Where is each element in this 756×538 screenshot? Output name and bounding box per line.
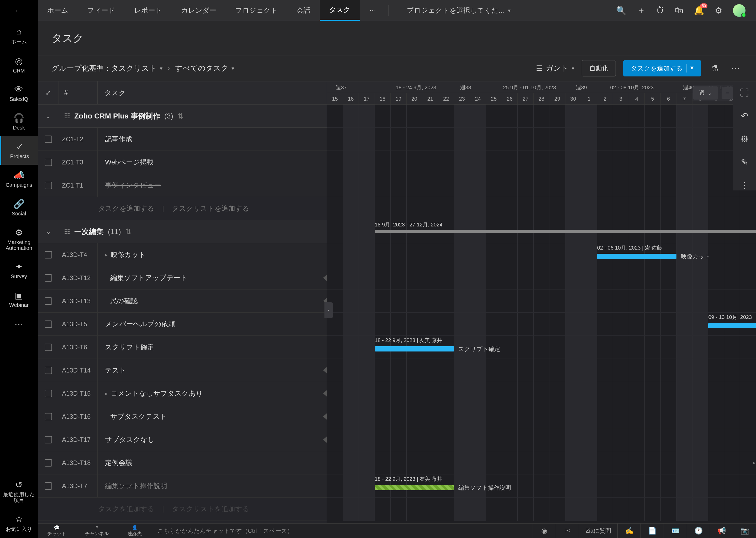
rail-webinar[interactable]: ▣Webinar — [0, 285, 38, 313]
bottom-contacts-tab[interactable]: 👤連絡先 — [118, 523, 151, 538]
add-task-link[interactable]: タスクを追加する — [98, 504, 154, 513]
record-icon[interactable]: ◉ — [533, 523, 556, 538]
task-row[interactable]: ZC1-T2 記事作成 — [38, 128, 327, 151]
undo-icon[interactable]: ↶ — [741, 111, 748, 121]
tab-report[interactable]: レポート — [125, 0, 172, 21]
task-checkbox[interactable] — [45, 390, 52, 397]
clock-icon[interactable]: 🕐 — [687, 523, 710, 538]
task-row[interactable]: A13D-T17 サブタスクなし — [38, 428, 327, 451]
task-checkbox[interactable] — [45, 135, 52, 143]
view-mode-selector[interactable]: ☰ガント▾ — [536, 63, 574, 73]
filter-icon[interactable]: ⚗ — [708, 61, 721, 76]
plus-icon[interactable]: ＋ — [637, 5, 645, 16]
bottom-channel-tab[interactable]: #チャンネル — [75, 523, 118, 538]
task-checkbox[interactable] — [45, 297, 52, 305]
id-icon[interactable]: 🪪 — [664, 523, 687, 538]
search-icon[interactable]: 🔍 — [616, 6, 627, 16]
task-checkbox[interactable] — [45, 251, 52, 258]
fullscreen-icon[interactable]: ⛶ — [740, 88, 749, 98]
tab-task[interactable]: タスク — [320, 0, 360, 21]
rail-social[interactable]: 🔗Social — [0, 193, 38, 222]
task-checkbox[interactable] — [45, 367, 52, 374]
back-button[interactable]: ← — [0, 0, 38, 21]
tab-conversation[interactable]: 会話 — [287, 0, 320, 21]
chevron-down-icon[interactable]: ⌄ — [38, 228, 59, 235]
group-by-selector[interactable]: グループ化基準：タスクリスト▾ — [51, 63, 163, 73]
rail-projects[interactable]: ✓Projects — [0, 136, 38, 165]
task-checkbox[interactable] — [45, 482, 52, 490]
rail-survey[interactable]: ✦Survey — [0, 256, 38, 285]
group-header-2[interactable]: ⌄ ☷一次編集(11)⇅ — [38, 220, 327, 243]
task-row[interactable]: A13D-T7 編集ソフト操作説明 — [38, 474, 327, 498]
task-checkbox[interactable] — [45, 344, 52, 351]
gantt-bar[interactable] — [597, 254, 677, 259]
task-checkbox[interactable] — [45, 320, 52, 328]
task-checkbox[interactable] — [45, 274, 52, 282]
announce-icon[interactable]: 📢 — [710, 523, 733, 538]
automation-button[interactable]: 自動化 — [582, 60, 616, 77]
expand-all-icon[interactable]: ⤢ — [38, 81, 59, 104]
scribble-icon[interactable]: ✍ — [617, 523, 640, 538]
camera-icon[interactable]: 📷 — [733, 523, 756, 538]
clip-icon[interactable]: ✂ — [556, 523, 579, 538]
add-tasklist-link[interactable]: タスクリストを追加する — [172, 204, 249, 213]
zia-link[interactable]: Ziaに質問 — [579, 523, 617, 538]
task-row[interactable]: A13D-T4 ▸映像カット — [38, 243, 327, 266]
task-filter-selector[interactable]: すべてのタスク▾ — [175, 63, 234, 73]
rail-campaigns[interactable]: 📣Campaigns — [0, 165, 38, 193]
rail-crm[interactable]: ◎CRM — [0, 50, 38, 79]
task-row[interactable]: A13D-T12 編集ソフトアップデート — [38, 266, 327, 290]
tab-home[interactable]: ホーム — [38, 0, 78, 21]
add-task-button[interactable]: タスクを追加する▾ — [623, 60, 701, 77]
gantt-bar[interactable] — [708, 323, 756, 328]
task-row[interactable]: A13D-T6 スクリプト確定 — [38, 336, 327, 359]
task-checkbox[interactable] — [45, 413, 52, 420]
bag-icon[interactable]: 🛍 — [675, 6, 683, 15]
task-row[interactable]: A13D-T13 尺の確認 — [38, 290, 327, 313]
task-row[interactable]: A13D-T5 メンバーヘルプの依頼 — [38, 313, 327, 336]
task-row[interactable]: ZC1-T3 Webページ掲載 — [38, 151, 327, 174]
rail-home[interactable]: ⌂ホーム — [0, 21, 38, 50]
more-vert-icon[interactable]: ⋮ — [740, 180, 749, 190]
settings-icon[interactable]: ⚙ — [715, 6, 722, 16]
gantt-bar[interactable] — [375, 485, 454, 490]
project-selector[interactable]: プロジェクトを選択してくだ...▾ — [402, 3, 516, 18]
rail-desk[interactable]: 🎧Desk — [0, 107, 38, 136]
tab-more[interactable]: ⋯ — [360, 0, 386, 21]
gantt-bar[interactable] — [375, 346, 454, 351]
tab-calendar[interactable]: カレンダー — [172, 0, 226, 21]
kebab-icon[interactable]: ⋯ — [729, 61, 742, 76]
bell-icon[interactable]: 🔔50 — [694, 6, 704, 16]
rail-recent[interactable]: ↺最近使用した項目 — [0, 474, 38, 508]
bottom-chat-tab[interactable]: 💬チャット — [38, 523, 75, 538]
tab-project[interactable]: プロジェクト — [226, 0, 287, 21]
tab-feed[interactable]: フィード — [78, 0, 125, 21]
group-header-1[interactable]: ⌄ ☷Zoho CRM Plus 事例制作(3)⇅ — [38, 105, 327, 128]
add-task-link[interactable]: タスクを追加する — [98, 204, 154, 213]
zoom-scale-selector[interactable]: 週⌄ — [693, 86, 718, 100]
avatar[interactable] — [733, 4, 745, 17]
sort-icon[interactable]: ⇅ — [177, 112, 183, 120]
rail-marketing[interactable]: ⚙Marketing Automation — [0, 222, 38, 256]
quick-chat-input[interactable]: こちらがかんたんチャットです（Ctrl + スペース） — [151, 527, 533, 535]
rail-more[interactable]: ⋯ — [0, 313, 38, 334]
task-row[interactable]: A13D-T18 定例会議 — [38, 451, 327, 474]
task-checkbox[interactable] — [45, 436, 52, 444]
task-checkbox[interactable] — [45, 159, 52, 166]
task-row[interactable]: A13D-T16 サブタスクテスト — [38, 405, 327, 428]
task-row[interactable]: A13D-T14 テスト — [38, 359, 327, 382]
sliders-icon[interactable]: ⚙ — [740, 134, 748, 144]
rail-favorites[interactable]: ☆お気に入り — [0, 508, 38, 538]
pane-collapse-handle[interactable]: ‹ — [324, 302, 333, 318]
zoom-out-button[interactable]: − — [722, 87, 733, 99]
chevron-down-icon[interactable]: ▾ — [686, 64, 693, 73]
doc-icon[interactable]: 📄 — [640, 523, 664, 538]
task-checkbox[interactable] — [45, 182, 52, 189]
edit-icon[interactable]: ✎ — [741, 157, 748, 167]
rail-salesiq[interactable]: 👁SalesIQ — [0, 79, 38, 107]
add-tasklist-link[interactable]: タスクリストを追加する — [172, 504, 249, 513]
task-row[interactable]: A13D-T15 ▸コメントなしサブタスクあり — [38, 382, 327, 405]
sort-icon[interactable]: ⇅ — [125, 227, 131, 236]
timer-icon[interactable]: ⏱ — [656, 6, 664, 15]
chevron-down-icon[interactable]: ⌄ — [38, 112, 59, 120]
